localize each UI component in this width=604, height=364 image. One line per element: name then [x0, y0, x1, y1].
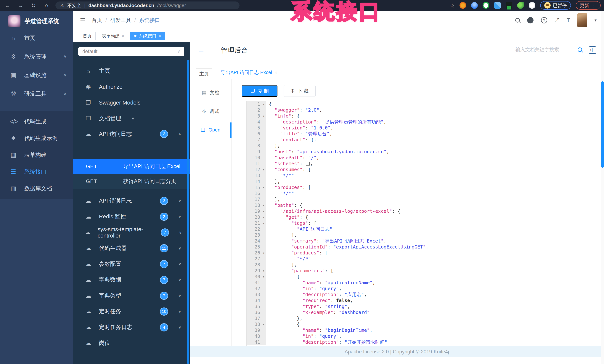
chevron-icon: ∨ [177, 309, 182, 314]
close-icon[interactable]: × [159, 34, 161, 38]
api-menu-item-定时任务日志[interactable]: ☁定时任务日志4∨ [73, 319, 190, 335]
api-menu-item-岗位[interactable]: ☁岗位 [73, 335, 190, 351]
page-scrollbar-track[interactable] [601, 11, 604, 364]
view-tag-表单构建[interactable]: 表单构建× [98, 32, 128, 40]
doc-tab-主页[interactable]: 主页 [196, 68, 212, 79]
doc-search-input[interactable] [515, 45, 569, 54]
extension-icon[interactable] [483, 2, 489, 9]
rail-item-Open[interactable]: ❏Open [190, 125, 231, 135]
api-menu-item-Swagger Models[interactable]: ❒Swagger Models [73, 95, 190, 111]
api-menu-item-主页[interactable]: ⌂主页 [73, 63, 190, 79]
language-toggle[interactable]: 中 [589, 46, 596, 54]
sidebar-item-首页[interactable]: ⌂首页 [0, 29, 73, 47]
github-icon[interactable] [527, 17, 533, 24]
fold-arrow-icon[interactable]: ▾ [263, 202, 265, 208]
sidebar-item-系统管理[interactable]: ⚙系统管理∨ [0, 47, 73, 66]
sidebar-subitem-系统接口[interactable]: ☰系统接口 [0, 163, 73, 180]
code-token: "提供管理员管理的所有功能" [322, 119, 383, 125]
line-number: 2 [247, 107, 266, 113]
search-icon[interactable] [515, 18, 520, 23]
code-line: 35 "type": "string", [247, 303, 602, 310]
download-button[interactable]: ↧ 下 载 [284, 85, 315, 97]
api-menu-item-字典类型[interactable]: ☁字典类型7∨ [73, 288, 190, 303]
doc-search-icon[interactable] [578, 47, 582, 52]
app-logo[interactable]: 芋道管理系统 [0, 11, 73, 29]
breadcrumb-item[interactable]: 系统接口 [139, 17, 160, 24]
browser-update-button[interactable]: 更新 ⋮ [576, 1, 601, 10]
api-operation-导出API 访问日志 Excel[interactable]: GET导出API 访问日志 Excel [73, 159, 190, 174]
api-menu-item-字典数据[interactable]: ☁字典数据7∨ [73, 272, 190, 288]
extension-icon[interactable] [494, 2, 501, 9]
api-menu-item-sys-sms-template-controller[interactable]: ☁sys-sms-template-controller7∨ [73, 225, 190, 240]
close-icon[interactable]: × [275, 70, 277, 75]
fold-arrow-icon[interactable]: ▾ [263, 185, 265, 190]
line-number: 10 [247, 155, 266, 161]
api-menu-item-API 访问日志[interactable]: ☁API 访问日志2∧ [73, 126, 190, 141]
code-text: "description": "开始开始请求时间" [266, 339, 387, 345]
api-menu-item-文档管理[interactable]: ❐文档管理∨ [73, 111, 190, 126]
fold-arrow-icon[interactable]: ▾ [263, 220, 265, 226]
extension-icon[interactable] [517, 2, 524, 9]
user-menu-caret-icon[interactable]: ▾ [594, 18, 597, 23]
bookmark-star-icon[interactable]: ☆ [450, 2, 455, 9]
collapse-menu-icon[interactable]: ☰ [198, 46, 204, 54]
collapsed-array-box[interactable] [306, 162, 310, 165]
fold-arrow-icon[interactable]: ▾ [263, 208, 265, 214]
breadcrumb-item[interactable]: 首页 [92, 17, 102, 24]
api-menu-item-参数配置[interactable]: ☁参数配置7∨ [73, 256, 190, 272]
rail-item-调试[interactable]: ❉调试 [190, 106, 231, 116]
sidebar-subitem-代码生成[interactable]: </>代码生成 [0, 113, 73, 130]
fold-arrow-icon[interactable]: ▾ [263, 250, 265, 256]
address-bar[interactable]: ⚠ 不安全 | dashboard.yudao.iocoder.cn/tool/… [55, 1, 239, 9]
fold-arrow-icon[interactable]: ▾ [263, 214, 265, 220]
sidebar-subitem-数据库文档[interactable]: ▥数据库文档 [0, 180, 73, 197]
extension-icon[interactable] [529, 2, 535, 9]
view-tag-系统接口[interactable]: 系统接口× [130, 32, 165, 40]
user-avatar[interactable] [578, 13, 587, 27]
extension-icon[interactable] [506, 2, 512, 9]
api-menu-item-API 错误日志[interactable]: ☁API 错误日志3∨ [73, 193, 190, 209]
fold-arrow-icon[interactable]: ▾ [263, 321, 265, 327]
json-editor[interactable]: 1▾{2 "swagger": "2.0",3▾ "info": {4 "des… [240, 101, 602, 346]
browser-forward-icon[interactable]: → [16, 2, 25, 9]
page-scrollbar-thumb[interactable] [601, 81, 604, 168]
sidebar-item-研发工具[interactable]: ⚒研发工具∧ [0, 85, 73, 103]
sidebar-subitem-表单构建[interactable]: ▦表单构建 [0, 147, 73, 163]
url-host: dashboard.yudao.iocoder.cn [88, 3, 154, 8]
fold-arrow-icon[interactable]: ▾ [263, 268, 265, 274]
copy-button[interactable]: ❐ 复 制 [242, 85, 277, 97]
rail-item-文档[interactable]: ▤文档 [190, 88, 231, 98]
api-menu-item-定时任务[interactable]: ☁定时任务10∨ [73, 303, 190, 319]
top-navbar: ☰ 首页/研发工具/系统接口 ? ⤢ T ▾ [73, 11, 604, 30]
extension-icon[interactable] [460, 2, 466, 9]
fold-arrow-icon[interactable]: ▾ [263, 167, 265, 173]
browser-menu-icon[interactable]: ⋮ [591, 2, 597, 9]
close-icon[interactable]: × [122, 34, 124, 38]
help-icon[interactable]: ? [541, 17, 547, 24]
fullscreen-icon[interactable]: ⤢ [555, 17, 559, 24]
api-menu-item-Redis 监控[interactable]: ☁Redis 监控2∨ [73, 209, 190, 225]
extension-icon[interactable] [471, 2, 478, 9]
code-line: 36 "x-example": "dashboard" [247, 310, 602, 315]
api-operation-获得API 访问日志分页[interactable]: GET获得API 访问日志分页 [73, 174, 190, 189]
code-token [269, 298, 302, 303]
sidebar-toggle-icon[interactable]: ☰ [80, 17, 85, 24]
breadcrumb-item[interactable]: 研发工具 [110, 17, 131, 24]
sidebar-item-基础设施[interactable]: ▣基础设施∨ [0, 66, 73, 85]
view-tag-首页[interactable]: 首页 [79, 32, 96, 40]
fold-arrow-icon[interactable]: ▾ [263, 101, 265, 107]
line-number: 34 [247, 298, 266, 303]
font-size-icon[interactable]: T [567, 17, 570, 24]
fold-arrow-icon[interactable]: ▾ [263, 274, 265, 280]
browser-home-icon[interactable]: ⌂ [42, 2, 50, 9]
api-menu-item-代码生成器[interactable]: ☁代码生成器11∨ [73, 240, 190, 256]
api-group-select[interactable]: default ∨ [78, 47, 184, 56]
doc-tab-导出API 访问日志 Excel[interactable]: 导出API 访问日志 Excel× [214, 66, 284, 79]
sidebar-subitem-代码生成示例[interactable]: ❖代码生成示例 [0, 130, 73, 147]
api-menu-item-Authorize[interactable]: ◉Authorize [73, 79, 190, 95]
browser-back-icon[interactable]: ← [3, 2, 12, 9]
browser-reload-icon[interactable]: ↻ [29, 2, 38, 9]
api-sidebar-scrollbar[interactable] [187, 60, 189, 364]
profile-paused-button[interactable]: 已暂停 [540, 1, 571, 10]
fold-arrow-icon[interactable]: ▾ [263, 113, 265, 119]
